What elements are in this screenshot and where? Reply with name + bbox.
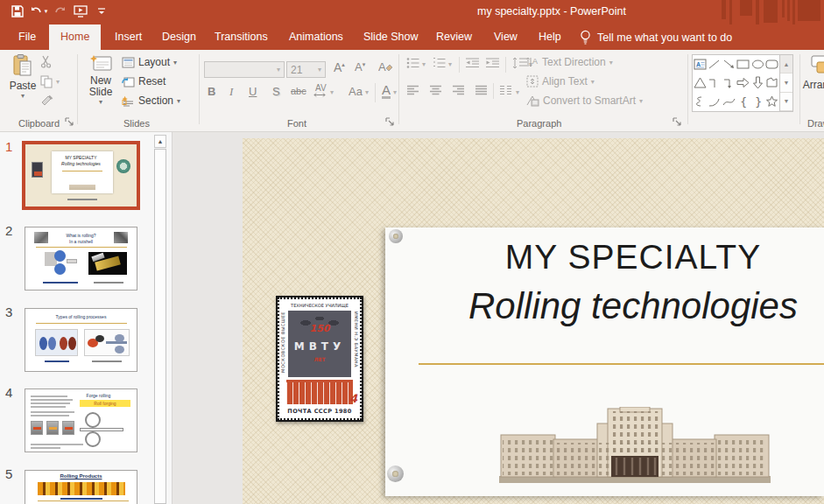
undo-icon[interactable]: ▾ [28,4,49,19]
section-button[interactable]: Section▾ [122,94,180,107]
slide-thumbnail-5[interactable]: Rolling Products [25,470,137,504]
group-divider [77,54,78,124]
shapes-gallery-scrollbar[interactable]: ▲ ▼ ▼ [780,54,793,112]
small-divider [505,57,506,73]
left-brace-shape-icon[interactable]: { [736,93,751,111]
chevron-down-icon: ▾ [21,92,25,100]
convert-to-smartart-button: Convert to SmartArt▾ [526,94,643,107]
tell-me-label: Tell me what you want to do [597,32,732,44]
stamp-image[interactable]: ТЕХНИЧЕСКОЕ УЧИЛИЩЕ МОСКОВСКОЕ ВЫСШЕЕ ИМ… [276,296,363,422]
scroll-up-icon[interactable]: ▲ [154,135,166,148]
arc-shape-icon[interactable] [708,93,722,111]
grommet-bottom-icon [387,466,404,482]
slide-thumbnail-2[interactable]: What is rolling? In a nutshell [25,227,137,290]
slide-number-3: 3 [5,304,12,319]
thumbnail-scrollbar[interactable]: ▲ [154,135,166,504]
rectangle-shape-icon[interactable] [736,55,751,74]
paragraph-dialog-launcher-icon[interactable] [673,117,682,127]
slide-subtitle-text: Rolling technologies [442,285,824,327]
thumb3-title: Types of rolling processes [25,314,137,319]
deco-bar [722,0,726,19]
paste-button[interactable]: Paste ▾ [7,54,39,100]
text-box-shape-icon[interactable]: A [693,55,708,74]
right-brace-shape-icon[interactable]: } [750,93,765,111]
slide-paper: MY SPECIALTY Rolling technologies [385,228,824,496]
chevron-down-icon: ▾ [277,66,280,74]
svg-text:}: } [755,95,762,108]
tab-review[interactable]: Review [425,24,483,50]
slide-number-2: 2 [5,223,12,238]
columns-button [499,85,513,96]
tab-file[interactable]: File [7,24,47,50]
clipboard-dialog-launcher-icon[interactable] [65,117,74,127]
save-icon[interactable] [7,4,28,19]
tab-help[interactable]: Help [527,24,573,50]
slide-editing-area[interactable]: ТЕХНИЧЕСКОЕ УЧИЛИЩЕ МОСКОВСКОЕ ВЫСШЕЕ ИМ… [243,138,824,504]
chevron-down-icon: ▾ [99,98,102,106]
tab-design[interactable]: Design [151,24,208,50]
align-center-button [429,85,442,96]
group-divider [799,54,800,124]
font-dialog-launcher-icon[interactable] [385,117,395,127]
arrange-button[interactable]: Arrange [804,54,824,91]
text-direction-button: A Text Direction▾ [526,56,613,68]
gallery-more-icon[interactable]: ▼ [780,93,792,111]
freeform-shape-icon[interactable] [765,74,780,92]
triangle-shape-icon[interactable] [693,74,708,92]
line-shape-icon[interactable] [708,55,722,74]
tab-home[interactable]: Home [49,24,101,50]
elbow-connector-shape-icon[interactable] [708,74,722,92]
scribble-shape-icon[interactable] [693,93,708,111]
slide-thumbnail-1[interactable]: MY SPECIALTY Rolling technologies [25,144,137,207]
font-group-label: Font [287,118,306,129]
align-left-button [406,85,419,96]
new-slide-button[interactable]: New Slide ▾ [82,54,119,106]
start-from-beginning-icon[interactable] [70,4,91,19]
panel-splitter[interactable] [172,132,173,504]
thumb2-extrusion-image [88,252,127,275]
layout-button[interactable]: Layout▾ [122,56,177,68]
star-shape-icon[interactable] [765,93,780,111]
bullets-button [406,57,420,69]
tab-transitions[interactable]: Transitions [203,24,279,50]
down-arrow-shape-icon[interactable] [750,74,765,92]
slide-thumbnail-panel: 1 2 3 4 5 MY SPECIALTY Rolling technolog… [0,132,172,504]
font-name-combo: ▾ [204,61,285,78]
slide-title-text: MY SPECIALTY [442,238,824,276]
layout-label: Layout [138,56,170,68]
chevron-down-icon: ▾ [448,60,452,68]
new-slide-icon [89,54,112,74]
chevron-down-icon: ▾ [56,78,60,86]
right-arrow-shape-icon[interactable] [736,74,751,92]
oval-shape-icon[interactable] [750,55,765,74]
slide-thumbnail-3[interactable]: Types of rolling processes [25,308,137,372]
lightbulb-icon [580,30,591,45]
paragraph-group-label: Paragraph [517,118,561,129]
text-direction-icon: A [526,56,539,68]
arrow-shape-icon[interactable] [722,55,736,74]
tell-me-box[interactable]: Tell me what you want to do [580,24,732,50]
slide-number-5: 5 [5,466,12,481]
elbow-arrow-connector-shape-icon[interactable] [722,74,736,92]
tab-view[interactable]: View [482,24,529,50]
curve-shape-icon[interactable] [722,93,736,111]
slide-thumbnail-4[interactable]: Forge rolling Roll forging [25,388,137,452]
scrollbar-thumb[interactable] [154,149,166,504]
deco-bar [798,0,820,21]
gallery-scroll-up-icon[interactable]: ▲ [780,55,792,74]
customize-qat-icon[interactable] [91,4,112,19]
rounded-rectangle-shape-icon[interactable] [765,55,780,74]
layout-icon [122,57,135,68]
tab-insert[interactable]: Insert [103,24,153,50]
tab-slide-show[interactable]: Slide Show [352,24,430,50]
clipboard-group-label: Clipboard [18,118,60,129]
chevron-down-icon: ▾ [365,88,369,96]
stamp-building-image [286,380,353,404]
gallery-scroll-down-icon[interactable]: ▼ [780,74,792,92]
university-building-image[interactable] [499,407,771,486]
ribbon-tab-row: File Home Insert Design Transitions Anim… [0,24,824,50]
slide-title-block[interactable]: MY SPECIALTY Rolling technologies [442,238,824,327]
tab-animations[interactable]: Animations [278,24,355,50]
svg-text:A: A [696,61,701,67]
reset-button[interactable]: Reset [122,75,166,88]
